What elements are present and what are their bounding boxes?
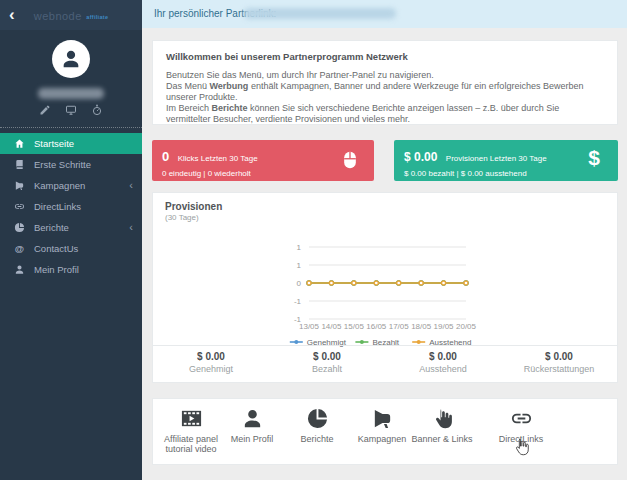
provisions-chart-panel: Provisionen (30 Tage) 110-1-113/0514/051… [152, 192, 618, 383]
shortcut-label: Banner & Links [404, 434, 480, 444]
clicks-sub: 0 eindeutig | 0 wiederholt [162, 169, 364, 178]
stopwatch-icon[interactable] [91, 104, 103, 116]
chain-links-icon [510, 407, 533, 430]
sidebar-item-mein-profil[interactable]: Mein Profil [0, 259, 142, 280]
sidebar-item-directlinks[interactable]: DirectLinks [0, 196, 142, 217]
total-value: $ 0.00 [501, 351, 617, 362]
sidebar-divider [0, 127, 142, 128]
megaphone-icon [13, 180, 26, 191]
sidebar-header: ‹ webnode affiliate [0, 0, 142, 30]
provisions-value-row: $ 0.00 Provisionen Letzten 30 Tage [404, 147, 608, 165]
total-value: $ 0.00 [153, 351, 269, 362]
total-value: $ 0.00 [385, 351, 501, 362]
monitor-icon[interactable] [65, 104, 77, 116]
mouse-cursor-icon [512, 437, 532, 457]
book-icon [13, 159, 26, 170]
sidebar-item-startseite[interactable]: Startseite [0, 133, 142, 154]
total-value: $ 0.00 [269, 351, 385, 362]
user-icon [60, 48, 82, 70]
total-bezahlt: $ 0.00 Bezahlt [269, 346, 385, 382]
sidebar-item-label: DirectLinks [34, 201, 81, 212]
provisions-sub: $ 0.00 bezahlt | $ 0.00 ausstehend [404, 169, 608, 178]
svg-text:19/05: 19/05 [434, 322, 455, 331]
welcome-line-1: Benutzen Sie das Menü, um durch Ihr Part… [166, 70, 604, 81]
svg-text:14/05: 14/05 [321, 322, 342, 331]
avatar [52, 40, 90, 78]
pie-chart-icon [13, 222, 26, 233]
welcome-title: Willkommen bei unserem Partnerprogramm N… [166, 51, 604, 62]
total-label: Genehmigt [153, 364, 269, 374]
svg-text:18/05: 18/05 [411, 322, 432, 331]
svg-text:1: 1 [297, 261, 302, 270]
user-icon [13, 264, 26, 275]
clicks-label: Klicks Letzten 30 Tage [178, 154, 258, 163]
logo-text: webnode [34, 10, 82, 22]
logo-suffix: affiliate [86, 14, 108, 20]
user-icon [241, 407, 264, 430]
sidebar-item-kampagnen[interactable]: Kampagnen ‹ [0, 175, 142, 196]
svg-text:-1: -1 [294, 297, 302, 306]
svg-text:1: 1 [297, 243, 302, 252]
welcome-line-2: Das Menü Werbung enthält Kampagnen, Bann… [166, 81, 604, 103]
svg-text:20/05: 20/05 [456, 322, 477, 331]
provisions-value: $ 0.00 [404, 150, 437, 164]
sidebar-item-label: ContactUs [34, 243, 78, 254]
username-redacted [38, 88, 104, 99]
provisions-stat-card: $ 0.00 Provisionen Letzten 30 Tage $ 0.0… [394, 140, 618, 181]
at-icon: @ [13, 243, 26, 254]
sidebar-menu: Startseite Erste Schritte Kampagnen ‹ Di… [0, 133, 142, 280]
sidebar-item-label: Startseite [34, 138, 74, 149]
sidebar-item-berichte[interactable]: Berichte ‹ [0, 217, 142, 238]
sidebar-item-erste-schritte[interactable]: Erste Schritte [0, 154, 142, 175]
sidebar-item-label: Erste Schritte [34, 159, 91, 170]
edit-pencil-icon[interactable] [39, 104, 51, 116]
svg-text:17/05: 17/05 [389, 322, 410, 331]
mouse-icon [340, 148, 360, 172]
welcome-line-3: Im Bereich Berichte können Sie sich vers… [166, 103, 604, 125]
total-label: Bezahlt [269, 364, 385, 374]
topbar: Ihr persönlicher Partnerlink: [142, 0, 627, 28]
clicks-stat-card: 0 Klicks Letzten 30 Tage 0 eindeutig | 0… [152, 140, 374, 181]
pie-chart-icon [306, 407, 329, 430]
total-label: Ausstehend [385, 364, 501, 374]
svg-text:16/05: 16/05 [366, 322, 387, 331]
sidebar-item-contactus[interactable]: @ ContactUs [0, 238, 142, 259]
sidebar-item-label: Kampagnen [34, 180, 85, 191]
clicks-value: 0 [162, 149, 169, 164]
svg-text:15/05: 15/05 [344, 322, 365, 331]
megaphone-icon [371, 407, 394, 430]
partnerlink-redacted[interactable] [244, 8, 396, 19]
clicks-value-row: 0 Klicks Letzten 30 Tage [162, 147, 364, 165]
total-genehmigt: $ 0.00 Genehmigt [153, 346, 269, 382]
sidebar-item-label: Mein Profil [34, 264, 79, 275]
home-icon [13, 138, 26, 149]
chevron-left-icon: ‹ [129, 175, 133, 196]
total-label: Rückerstattungen [501, 364, 617, 374]
affiliate-dashboard: { "colors": { "sidebar_bg": "#283848", "… [0, 0, 627, 480]
svg-text:0: 0 [297, 279, 302, 288]
total-ausstehend: $ 0.00 Ausstehend [385, 346, 501, 382]
provisions-label: Provisionen Letzten 30 Tage [446, 154, 547, 163]
profile-actions [0, 104, 142, 116]
sidebar: ‹ webnode affiliate Startseite Erste Sch… [0, 0, 142, 480]
sidebar-item-label: Berichte [34, 222, 69, 233]
dollar-icon: $ [588, 146, 600, 170]
totals-row: $ 0.00 Genehmigt $ 0.00 Bezahlt $ 0.00 A… [153, 345, 617, 382]
provisions-line-chart: 110-1-113/0514/0515/0516/0517/0518/0519/… [153, 193, 617, 348]
welcome-panel: Willkommen bei unserem Partnerprogramm N… [152, 40, 618, 125]
link-icon [13, 201, 26, 212]
shortcut-banner-links[interactable]: Banner & Links [404, 407, 480, 444]
chevron-left-icon: ‹ [129, 217, 133, 238]
shortcuts-panel: Affiliate panel tutorial video Mein Prof… [152, 398, 618, 465]
svg-text:13/05: 13/05 [299, 322, 320, 331]
webnode-logo: webnode affiliate [0, 0, 142, 30]
film-icon [180, 407, 203, 430]
total-rueckerstattungen: $ 0.00 Rückerstattungen [501, 346, 617, 382]
hand-click-icon [431, 407, 454, 430]
